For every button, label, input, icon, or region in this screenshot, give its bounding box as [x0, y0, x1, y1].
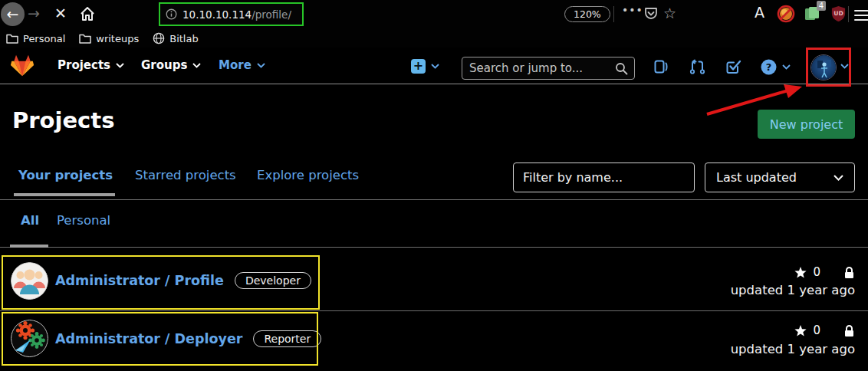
extension-ublock-button[interactable]: UD — [830, 5, 847, 22]
extension-green-button[interactable]: 4 — [803, 5, 821, 23]
new-menu-plus-button[interactable]: + — [411, 59, 426, 74]
bookmark-label: Personal — [23, 33, 65, 44]
bookmark-label: writeups — [96, 33, 139, 44]
menu-label: Groups — [141, 58, 187, 72]
star-icon[interactable] — [794, 267, 807, 278]
star-icon[interactable] — [794, 325, 807, 337]
sort-dropdown[interactable]: Last updated — [705, 163, 855, 192]
url-path: /profile/ — [252, 8, 291, 21]
annotation-yellow-box-deployer — [2, 312, 318, 366]
back-icon: ← — [7, 7, 19, 21]
tab-starred-projects[interactable]: Starred projects — [135, 168, 236, 182]
issues-icon[interactable] — [653, 59, 669, 74]
back-button[interactable]: ← — [1, 2, 25, 26]
bookmark-star-button[interactable]: ☆ — [663, 5, 676, 21]
bookmark-writeups[interactable]: writeups — [79, 33, 139, 44]
projects-tabs: Your projects Starred projects Explore p… — [0, 156, 868, 200]
stop-button[interactable]: ✕ — [54, 5, 67, 21]
extension-a-button[interactable]: A — [755, 4, 764, 21]
svg-text:UD: UD — [833, 10, 843, 17]
tab-explore-projects[interactable]: Explore projects — [257, 168, 359, 182]
tab-your-projects[interactable]: Your projects — [18, 168, 113, 182]
scope-subtabs: All Personal — [0, 200, 868, 248]
chevron-down-icon — [833, 175, 843, 181]
nav-menu-projects[interactable]: Projects — [58, 58, 124, 72]
chevron-down-icon[interactable] — [431, 64, 439, 69]
globe-icon — [153, 32, 165, 44]
gitlab-tanuki-icon — [10, 54, 35, 78]
bookmarks-bar: Personal writeups Bitlab — [0, 29, 868, 48]
subtab-personal[interactable]: Personal — [57, 213, 110, 228]
url-bar[interactable]: 10.10.10.114/profile/ — [159, 2, 304, 26]
nav-menu-groups[interactable]: Groups — [141, 58, 201, 72]
toolbar-separator — [848, 6, 849, 22]
info-icon — [166, 8, 177, 20]
active-tab-indicator — [14, 193, 115, 196]
subtab-all[interactable]: All — [21, 213, 39, 228]
project-stats: 0 — [794, 265, 855, 279]
sort-selected-value: Last updated — [716, 170, 797, 185]
todos-icon[interactable] — [725, 59, 742, 74]
toolbar-separator — [613, 6, 614, 22]
menu-label: Projects — [58, 58, 110, 72]
pocket-button[interactable] — [643, 5, 659, 22]
merge-request-icon[interactable] — [689, 59, 705, 74]
lock-icon — [843, 266, 855, 279]
help-icon: ? — [761, 59, 777, 75]
chevron-down-icon — [782, 64, 791, 70]
screenshot-root: ← → ✕ 10.10.10.114/profile/ 120% ••• — [0, 0, 868, 371]
svg-text:?: ? — [766, 61, 772, 73]
home-icon — [79, 5, 96, 22]
star-count: 0 — [813, 323, 820, 337]
blocked-addon-icon — [777, 5, 795, 23]
help-menu[interactable]: ? — [761, 59, 791, 75]
chevron-down-icon — [192, 63, 201, 68]
page-actions-button[interactable]: ••• — [622, 4, 643, 16]
star-count: 0 — [813, 265, 820, 279]
lock-icon — [843, 324, 855, 337]
ublock-shield-icon: UD — [830, 5, 847, 22]
forward-button[interactable]: → — [28, 5, 40, 21]
pocket-icon — [643, 5, 659, 22]
nav-menu-more[interactable]: More — [219, 58, 265, 72]
annotation-yellow-box-profile — [2, 255, 320, 310]
project-stats: 0 — [794, 323, 855, 337]
folder-icon — [6, 33, 18, 44]
project-updated: updated 1 year ago — [731, 283, 855, 297]
annotation-red-arrow — [690, 79, 820, 125]
menu-button[interactable] — [854, 7, 868, 24]
bookmark-label: Bitlab — [169, 33, 198, 44]
extension-blocked-button[interactable] — [777, 5, 795, 23]
bookmark-personal[interactable]: Personal — [6, 33, 65, 44]
chevron-down-icon — [257, 63, 265, 68]
folder-icon — [79, 33, 91, 44]
home-button[interactable] — [79, 5, 96, 22]
extension-badge: 4 — [817, 1, 826, 11]
url-host: 10.10.10.114 — [182, 8, 252, 21]
zoom-level-badge[interactable]: 120% — [564, 6, 610, 22]
search-icon[interactable] — [615, 62, 628, 75]
gitlab-logo[interactable] — [10, 54, 35, 78]
bookmark-bitlab[interactable]: Bitlab — [153, 32, 198, 44]
search-input[interactable] — [462, 57, 635, 80]
menu-label: More — [219, 58, 252, 72]
browser-toolbar: ← → ✕ 10.10.10.114/profile/ 120% ••• — [0, 0, 868, 29]
chevron-down-icon — [116, 63, 124, 68]
page-title: Projects — [12, 107, 114, 133]
filter-by-name-input[interactable] — [513, 163, 695, 192]
project-updated: updated 1 year ago — [731, 342, 855, 356]
